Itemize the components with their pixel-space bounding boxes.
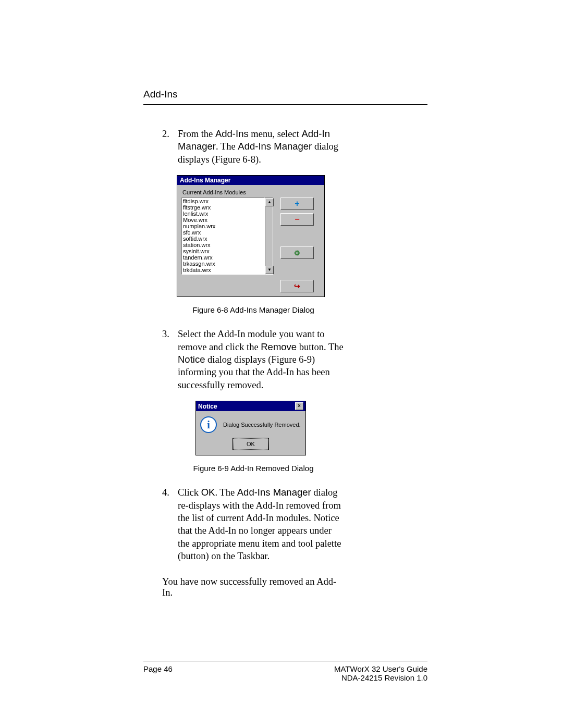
scroll-down-button[interactable]: ▼ [265, 266, 274, 274]
document-page: Add-Ins 2. From the Add-Ins menu, select… [0, 0, 563, 728]
list-item[interactable]: trkroute.wrx [183, 273, 264, 275]
list-item[interactable]: fltstrge.wrx [183, 204, 264, 211]
step-number: 3. [162, 328, 178, 391]
exit-button[interactable]: ↪ [280, 280, 314, 292]
step-4: 4. Click OK. The Add-Ins Manager dialog … [162, 486, 345, 562]
listbox-label: Current Add-Ins Modules [182, 189, 320, 195]
notice-dialog: Notice × i Dialog Successfully Removed. … [195, 401, 306, 455]
ok-button[interactable]: OK [233, 438, 268, 450]
closing-text: You have now successfully removed an Add… [162, 576, 345, 598]
plus-icon: + [295, 199, 299, 208]
step-2: 2. From the Add-Ins menu, select Add-In … [162, 128, 345, 166]
text: From the [178, 129, 215, 139]
list-item[interactable]: fltdisp.wrx [183, 198, 264, 204]
figure-6-9-caption: Figure 6-9 Add-In Removed Dialog [162, 464, 345, 473]
section-title: Add-Ins [143, 89, 427, 100]
remove-button[interactable]: − [280, 213, 314, 226]
list-item[interactable]: lenlist.wrx [183, 211, 264, 217]
list-item[interactable]: sysinit.wrx [183, 248, 264, 254]
exit-icon: ↪ [294, 282, 300, 290]
dialog-title-text: Notice [198, 403, 217, 410]
configure-button[interactable]: ⚙ [280, 246, 314, 259]
dialog-button-column: + − ⚙ ↪ [280, 198, 314, 292]
revision: NDA-24215 Revision 1.0 [334, 673, 427, 682]
dialog-body: i Dialog Successfully Removed. OK [196, 411, 305, 455]
footer-rule [143, 661, 427, 661]
step-number: 4. [162, 486, 178, 562]
menu-ref: Add-Ins [215, 128, 249, 139]
text: Click [178, 487, 201, 498]
dialog-ref: Add-Ins Manager [237, 487, 311, 498]
list-item[interactable]: numplan.wrx [183, 223, 264, 229]
addins-listbox[interactable]: fltdisp.wrx fltstrge.wrx lenlist.wrx Mov… [181, 198, 265, 275]
text: . The [215, 487, 237, 498]
addins-manager-dialog: Add-Ins Manager Current Add-Ins Modules … [177, 175, 325, 297]
step-text: Click OK. The Add-Ins Manager dialog re-… [178, 486, 345, 562]
dialog-title-bar: Notice × [196, 401, 305, 411]
notice-message: Dialog Successfully Removed. [223, 422, 301, 428]
text: dialog re-displays with the Add-In remov… [178, 487, 341, 561]
page-footer: Page 46 MATWorX 32 User's Guide NDA-2421… [143, 661, 427, 682]
text: button. The [297, 342, 344, 352]
list-item[interactable]: tandem.wrx [183, 254, 264, 261]
gear-icon: ⚙ [294, 249, 300, 257]
list-item[interactable]: trkassgn.wrx [183, 261, 264, 267]
page-number: Page 46 [143, 664, 173, 682]
listbox-scrollbar[interactable]: ▲ ▼ [265, 198, 273, 275]
list-item[interactable]: trkdata.wrx [183, 267, 264, 273]
button-ref: OK [201, 487, 215, 498]
list-item[interactable]: softid.wrx [183, 236, 264, 242]
list-item[interactable]: Move.wrx [183, 217, 264, 223]
info-icon: i [200, 416, 217, 433]
list-item[interactable]: station.wrx [183, 242, 264, 248]
button-ref: Remove [261, 341, 297, 352]
list-item[interactable]: sfc.wrx [183, 229, 264, 236]
section-rule [143, 104, 427, 105]
figure-6-8-caption: Figure 6-8 Add-Ins Manager Dialog [162, 305, 345, 314]
guide-title: MATWorX 32 User's Guide [334, 664, 427, 673]
step-number: 2. [162, 128, 178, 166]
step-text: From the Add-Ins menu, select Add-In Man… [178, 128, 345, 166]
dialog-body: Current Add-Ins Modules fltdisp.wrx flts… [177, 185, 324, 297]
dialog-ref: Notice [178, 354, 205, 365]
text: . The [216, 141, 238, 152]
add-button[interactable]: + [280, 198, 314, 210]
step-3: 3. Select the Add-In module you want to … [162, 328, 345, 391]
close-button[interactable]: × [295, 402, 303, 410]
minus-icon: − [295, 215, 299, 224]
text: menu, select [249, 129, 302, 139]
dialog-ref: Add-Ins Manager [238, 141, 312, 152]
content-area: Add-Ins 2. From the Add-Ins menu, select… [143, 89, 427, 598]
step-text: Select the Add-In module you want to rem… [178, 328, 345, 391]
scroll-up-button[interactable]: ▲ [265, 198, 274, 206]
dialog-title-bar: Add-Ins Manager [177, 176, 324, 185]
